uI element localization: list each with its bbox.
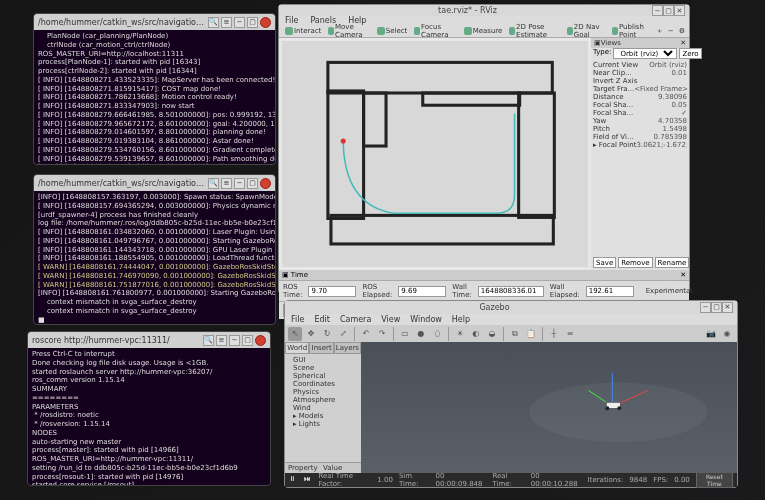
view-property-row[interactable]: Focal Sha...0.05	[593, 101, 687, 109]
point-light-icon[interactable]: ☀	[453, 327, 467, 341]
maximize-button[interactable]: ▢	[242, 335, 253, 346]
add-tool-icon[interactable]: ＋	[656, 26, 663, 36]
menu-edit[interactable]: Edit	[314, 315, 330, 324]
snap-icon[interactable]: ┼	[547, 327, 561, 341]
reset-time-button[interactable]: Reset Time	[696, 472, 733, 488]
box-icon[interactable]: ▭	[398, 327, 412, 341]
view-property-row[interactable]: Invert Z Axis	[593, 77, 687, 85]
close-button[interactable]	[260, 178, 271, 189]
tree-item[interactable]: ▸ Lights	[287, 420, 359, 428]
minimize-button[interactable]: −	[652, 5, 663, 16]
terminal-output[interactable]: [INFO] [1648808157.363197, 0.003000]: Sp…	[34, 191, 275, 324]
tool-measure[interactable]: Measure	[462, 27, 505, 35]
view-property-row[interactable]: Current ViewOrbit (rviz)	[593, 61, 687, 69]
maximize-button[interactable]: ▢	[247, 17, 258, 28]
cylinder-icon[interactable]: ⬯	[430, 327, 444, 341]
world-tree[interactable]: GUISceneSpherical CoordinatesPhysicsAtmo…	[285, 354, 361, 462]
rviz-titlebar[interactable]: tae.rviz* - RViz − ▢ ✕	[279, 5, 689, 16]
rviz-3d-view[interactable]	[282, 41, 588, 267]
close-button[interactable]: ✕	[722, 302, 733, 313]
remove-tool-icon[interactable]: −	[668, 27, 674, 35]
tree-item[interactable]: GUI	[287, 356, 359, 364]
wall-time-value[interactable]	[478, 286, 544, 297]
directional-light-icon[interactable]: ◒	[485, 327, 499, 341]
sphere-icon[interactable]: ●	[414, 327, 428, 341]
view-property-row[interactable]: Pitch1.5498	[593, 125, 687, 133]
terminal-titlebar[interactable]: /home/hummer/catkin_ws/src/navigation/ca…	[34, 175, 275, 191]
close-button[interactable]	[260, 17, 271, 28]
pause-icon[interactable]: ⏸	[289, 475, 298, 485]
search-icon[interactable]: 🔍	[208, 178, 219, 189]
terminal-titlebar[interactable]: roscore http://hummer-vpc:11311/ 🔍 ≡ − ▢	[28, 332, 270, 348]
remove-view-button[interactable]: Remove	[618, 257, 652, 268]
tree-item[interactable]: Scene	[287, 364, 359, 372]
step-icon[interactable]: ⏭	[304, 475, 313, 485]
minimize-button[interactable]: −	[700, 302, 711, 313]
tree-item[interactable]: Atmosphere	[287, 396, 359, 404]
tool-select[interactable]: Select	[375, 27, 410, 35]
settings-icon[interactable]: ⚙	[679, 27, 685, 35]
undo-icon[interactable]: ↶	[359, 327, 373, 341]
close-button[interactable]: ✕	[674, 5, 685, 16]
menu-icon[interactable]: ≡	[221, 17, 232, 28]
tree-item[interactable]: Wind	[287, 404, 359, 412]
ros-time-value[interactable]	[308, 286, 356, 297]
panel-close-icon[interactable]: ✕	[680, 271, 686, 279]
view-property-row[interactable]: Target Fra...<Fixed Frame>	[593, 85, 687, 93]
view-property-row[interactable]: Field of Vi...0.785398	[593, 133, 687, 141]
log-icon[interactable]: ◉	[720, 327, 734, 341]
search-icon[interactable]: 🔍	[208, 17, 219, 28]
rotate-tool-icon[interactable]: ↻	[320, 327, 334, 341]
menu-file[interactable]: File	[291, 315, 304, 324]
views-tree[interactable]: Current ViewOrbit (rviz) Near Clip...0.0…	[591, 59, 689, 255]
menu-file[interactable]: File	[285, 16, 298, 25]
tool-focus-camera[interactable]: Focus Camera	[412, 23, 458, 39]
minimize-button[interactable]: −	[234, 178, 245, 189]
tool-2d-pose-estimate[interactable]: 2D Pose Estimate	[507, 23, 562, 39]
zero-button[interactable]: Zero	[679, 48, 701, 59]
tool-2d-nav-goal[interactable]: 2D Nav Goal	[565, 23, 607, 39]
minimize-button[interactable]: −	[234, 17, 245, 28]
redo-icon[interactable]: ↷	[375, 327, 389, 341]
copy-icon[interactable]: ⧉	[508, 327, 522, 341]
save-view-button[interactable]: Save	[593, 257, 616, 268]
menu-window[interactable]: Window	[410, 315, 442, 324]
tool-publish-point[interactable]: Publish Point	[610, 23, 653, 39]
view-property-row[interactable]: ▸ Focal Point3.0621;-1.672;...	[593, 141, 687, 149]
ros-elapsed-value[interactable]	[398, 286, 446, 297]
tool-interact[interactable]: Interact	[283, 27, 323, 35]
world-tab[interactable]: World	[285, 342, 309, 354]
paste-icon[interactable]: 📋	[524, 327, 538, 341]
wall-elapsed-value[interactable]	[586, 286, 634, 297]
tool-move-camera[interactable]: Move Camera	[326, 23, 371, 39]
terminal-titlebar[interactable]: /home/hummer/catkin_ws/src/navigation/ca…	[34, 14, 275, 30]
maximize-button[interactable]: ▢	[711, 302, 722, 313]
rename-view-button[interactable]: Rename	[655, 257, 690, 268]
maximize-button[interactable]: ▢	[663, 5, 674, 16]
menu-icon[interactable]: ≡	[221, 178, 232, 189]
tree-item[interactable]: ▸ Models	[287, 412, 359, 420]
menu-camera[interactable]: Camera	[340, 315, 371, 324]
tree-item[interactable]: Spherical Coordinates	[287, 372, 359, 388]
align-icon[interactable]: ≡	[563, 327, 577, 341]
scale-tool-icon[interactable]: ⤢	[336, 327, 350, 341]
view-property-row[interactable]: Near Clip...0.01	[593, 69, 687, 77]
maximize-button[interactable]: ▢	[247, 178, 258, 189]
translate-tool-icon[interactable]: ✥	[304, 327, 318, 341]
tree-item[interactable]: Physics	[287, 388, 359, 396]
gazebo-titlebar[interactable]: Gazebo − ▢ ✕	[285, 301, 737, 314]
view-property-row[interactable]: Distance9.38096	[593, 93, 687, 101]
terminal-output[interactable]: PlanNode (car_planning/PlanNode) ctrlNod…	[34, 30, 275, 164]
layers-tab[interactable]: Layers	[334, 342, 361, 354]
menu-view[interactable]: View	[381, 315, 400, 324]
insert-tab[interactable]: Insert	[309, 342, 333, 354]
view-type-select[interactable]: Orbit (rviz)	[613, 48, 677, 59]
terminal-output[interactable]: Press Ctrl-C to interruptDone checking l…	[28, 348, 270, 485]
spot-light-icon[interactable]: ◐	[469, 327, 483, 341]
panel-close-icon[interactable]: ✕	[680, 39, 686, 47]
menu-icon[interactable]: ≡	[216, 335, 227, 346]
search-icon[interactable]: 🔍	[203, 335, 214, 346]
screenshot-icon[interactable]: 📷	[704, 327, 718, 341]
view-property-row[interactable]: Yaw4.70358	[593, 117, 687, 125]
close-button[interactable]	[255, 335, 266, 346]
